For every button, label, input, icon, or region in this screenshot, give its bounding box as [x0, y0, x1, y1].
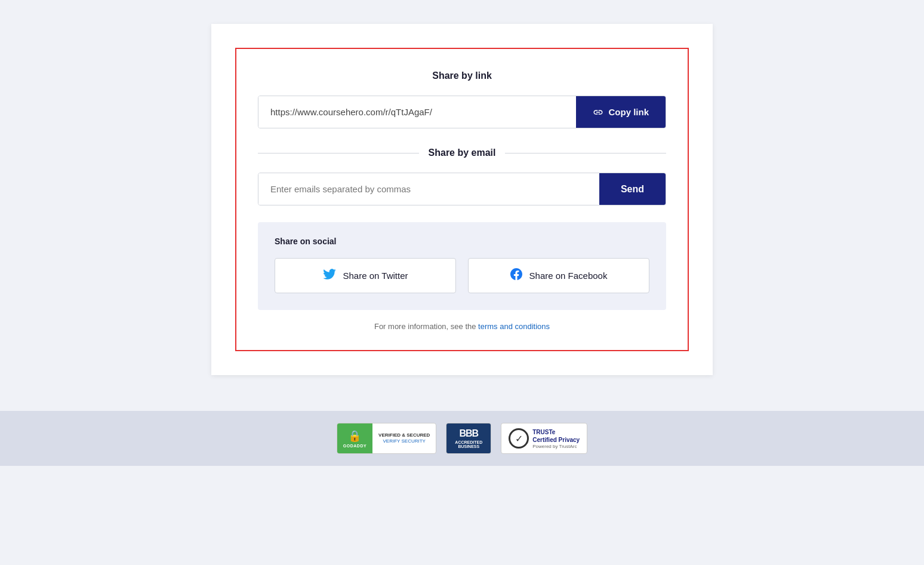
divider-right: [505, 153, 666, 153]
send-button-label: Send: [621, 184, 644, 194]
terms-row: For more information, see the terms and …: [258, 322, 666, 331]
terms-prefix: For more information, see the: [374, 322, 478, 331]
godaddy-label: GODADDY: [343, 444, 366, 448]
send-button[interactable]: Send: [599, 173, 666, 205]
inner-box: Share by link Copy link Share by email: [235, 48, 689, 351]
footer: 🔒 GODADDY VERIFIED & SECURED VERIFY SECU…: [0, 411, 924, 466]
share-by-email-title: Share by email: [429, 148, 496, 158]
truste-label: TRUSTe: [532, 428, 580, 436]
email-divider-row: Share by email: [258, 148, 666, 158]
social-box: Share on social Share on Twitter: [258, 222, 666, 310]
divider-left: [258, 153, 419, 153]
godaddy-badge-green: 🔒 GODADDY: [337, 423, 372, 454]
page-wrapper: Share by link Copy link Share by email: [0, 0, 924, 565]
email-row: Send: [258, 173, 666, 205]
truste-text-area: TRUSTe Certified Privacy Powered by Trus…: [532, 428, 580, 449]
share-link-input[interactable]: [258, 96, 576, 128]
truste-powered: Powered by TrustArc: [532, 444, 580, 449]
godaddy-text: VERIFIED & SECURED VERIFY SECURITY: [372, 430, 436, 447]
copy-link-label: Copy link: [608, 107, 649, 117]
bbb-sub: ACCREDITEDBUSINESS: [455, 440, 482, 449]
truste-badge[interactable]: ✓ TRUSTe Certified Privacy Powered by Tr…: [501, 423, 587, 454]
bbb-logo: BBB: [459, 428, 478, 439]
truste-content: ✓ TRUSTe Certified Privacy Powered by Tr…: [501, 423, 587, 454]
godaddy-verify: VERIFY SECURITY: [378, 438, 430, 444]
share-facebook-button[interactable]: Share on Facebook: [468, 258, 649, 293]
facebook-icon: [510, 268, 522, 283]
link-row: Copy link: [258, 96, 666, 128]
twitter-icon: [323, 269, 336, 282]
lock-icon: 🔒: [348, 429, 361, 443]
share-by-link-title: Share by link: [258, 70, 666, 81]
bbb-badge-blue: BBB ACCREDITEDBUSINESS: [446, 423, 491, 454]
main-card: Share by link Copy link Share by email: [211, 24, 713, 375]
bbb-content: BBB ACCREDITEDBUSINESS: [455, 428, 482, 449]
truste-circle-icon: ✓: [509, 428, 529, 449]
truste-certified: Certified Privacy: [532, 436, 580, 444]
social-buttons: Share on Twitter Share on Facebook: [275, 258, 649, 293]
terms-link[interactable]: terms and conditions: [478, 322, 550, 331]
social-title: Share on social: [275, 237, 649, 246]
share-twitter-button[interactable]: Share on Twitter: [275, 258, 456, 293]
link-icon: [593, 107, 603, 118]
share-twitter-label: Share on Twitter: [343, 271, 408, 281]
bbb-badge[interactable]: BBB ACCREDITEDBUSINESS: [446, 423, 491, 454]
godaddy-badge[interactable]: 🔒 GODADDY VERIFIED & SECURED VERIFY SECU…: [337, 423, 437, 454]
copy-link-button[interactable]: Copy link: [576, 96, 666, 128]
godaddy-verified: VERIFIED & SECURED: [378, 432, 430, 438]
share-facebook-label: Share on Facebook: [529, 271, 608, 281]
email-input[interactable]: [258, 173, 599, 205]
